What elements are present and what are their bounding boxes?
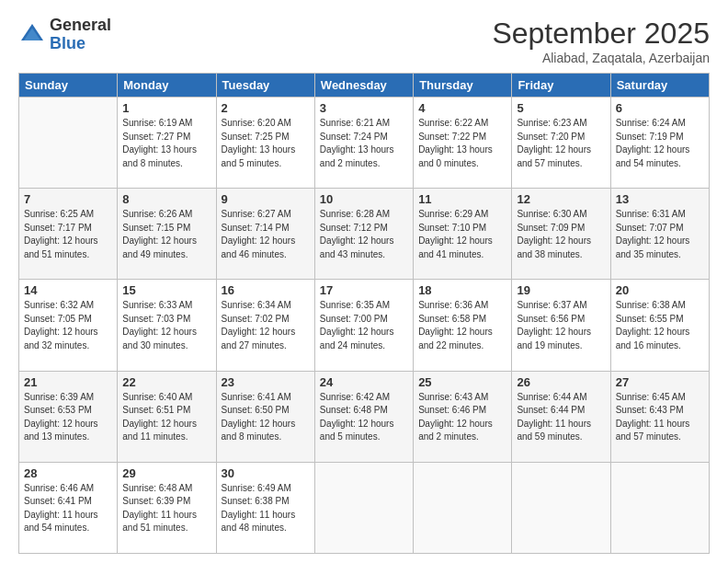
day-header-sunday: Sunday: [19, 74, 118, 98]
day-number: 14: [24, 283, 112, 297]
calendar-cell: 5Sunrise: 6:23 AM Sunset: 7:20 PM Daylig…: [512, 98, 610, 189]
day-number: 28: [24, 466, 112, 480]
calendar-cell: 18Sunrise: 6:36 AM Sunset: 6:58 PM Dayli…: [414, 280, 512, 371]
day-info: Sunrise: 6:42 AM Sunset: 6:48 PM Dayligh…: [320, 391, 408, 444]
month-title: September 2025: [492, 17, 710, 51]
calendar-cell: 12Sunrise: 6:30 AM Sunset: 7:09 PM Dayli…: [512, 189, 610, 280]
day-info: Sunrise: 6:28 AM Sunset: 7:12 PM Dayligh…: [320, 208, 408, 261]
day-number: 8: [122, 192, 210, 206]
day-info: Sunrise: 6:34 AM Sunset: 7:02 PM Dayligh…: [222, 299, 310, 352]
logo-icon: [18, 21, 46, 49]
header: General Blue September 2025 Aliabad, Zaq…: [18, 17, 710, 65]
calendar-cell: 14Sunrise: 6:32 AM Sunset: 7:05 PM Dayli…: [19, 280, 118, 371]
calendar-cell: [314, 462, 413, 553]
calendar-table: SundayMondayTuesdayWednesdayThursdayFrid…: [18, 73, 710, 554]
day-number: 1: [122, 101, 210, 115]
logo-general-text: General: [50, 17, 111, 35]
calendar-cell: 28Sunrise: 6:46 AM Sunset: 6:41 PM Dayli…: [19, 462, 118, 553]
day-header-monday: Monday: [118, 74, 216, 98]
day-info: Sunrise: 6:21 AM Sunset: 7:24 PM Dayligh…: [320, 117, 408, 170]
calendar-cell: 9Sunrise: 6:27 AM Sunset: 7:14 PM Daylig…: [216, 189, 314, 280]
day-number: 29: [122, 466, 210, 480]
week-row-4: 21Sunrise: 6:39 AM Sunset: 6:53 PM Dayli…: [19, 371, 710, 462]
calendar-cell: 25Sunrise: 6:43 AM Sunset: 6:46 PM Dayli…: [414, 371, 512, 462]
day-header-saturday: Saturday: [610, 74, 709, 98]
day-number: 2: [222, 101, 310, 115]
calendar-cell: 6Sunrise: 6:24 AM Sunset: 7:19 PM Daylig…: [610, 98, 709, 189]
day-number: 25: [418, 375, 506, 389]
day-number: 23: [222, 375, 310, 389]
day-info: Sunrise: 6:33 AM Sunset: 7:03 PM Dayligh…: [122, 299, 210, 352]
day-number: 22: [122, 375, 210, 389]
day-number: 9: [222, 192, 310, 206]
logo: General Blue: [18, 17, 111, 53]
logo-text: General Blue: [50, 17, 111, 53]
calendar-cell: 30Sunrise: 6:49 AM Sunset: 6:38 PM Dayli…: [216, 462, 314, 553]
calendar-cell: 7Sunrise: 6:25 AM Sunset: 7:17 PM Daylig…: [19, 189, 118, 280]
day-info: Sunrise: 6:35 AM Sunset: 7:00 PM Dayligh…: [320, 299, 408, 352]
calendar-cell: 24Sunrise: 6:42 AM Sunset: 6:48 PM Dayli…: [314, 371, 413, 462]
day-info: Sunrise: 6:19 AM Sunset: 7:27 PM Dayligh…: [122, 117, 210, 170]
day-info: Sunrise: 6:37 AM Sunset: 6:56 PM Dayligh…: [517, 299, 605, 352]
day-info: Sunrise: 6:38 AM Sunset: 6:55 PM Dayligh…: [616, 299, 704, 352]
day-header-tuesday: Tuesday: [216, 74, 314, 98]
day-number: 18: [418, 283, 506, 297]
day-number: 5: [517, 101, 605, 115]
day-number: 7: [24, 192, 112, 206]
calendar-cell: 16Sunrise: 6:34 AM Sunset: 7:02 PM Dayli…: [216, 280, 314, 371]
day-number: 6: [616, 101, 704, 115]
day-number: 17: [320, 283, 408, 297]
day-info: Sunrise: 6:48 AM Sunset: 6:39 PM Dayligh…: [122, 482, 210, 535]
calendar-cell: [512, 462, 610, 553]
day-info: Sunrise: 6:44 AM Sunset: 6:44 PM Dayligh…: [517, 391, 605, 444]
week-row-3: 14Sunrise: 6:32 AM Sunset: 7:05 PM Dayli…: [19, 280, 710, 371]
day-info: Sunrise: 6:26 AM Sunset: 7:15 PM Dayligh…: [122, 208, 210, 261]
day-number: 3: [320, 101, 408, 115]
calendar-cell: [414, 462, 512, 553]
calendar-cell: 17Sunrise: 6:35 AM Sunset: 7:00 PM Dayli…: [314, 280, 413, 371]
day-info: Sunrise: 6:36 AM Sunset: 6:58 PM Dayligh…: [418, 299, 506, 352]
day-info: Sunrise: 6:49 AM Sunset: 6:38 PM Dayligh…: [222, 482, 310, 535]
day-number: 19: [517, 283, 605, 297]
day-info: Sunrise: 6:22 AM Sunset: 7:22 PM Dayligh…: [418, 117, 506, 170]
calendar-cell: 20Sunrise: 6:38 AM Sunset: 6:55 PM Dayli…: [610, 280, 709, 371]
day-number: 27: [616, 375, 704, 389]
header-row: SundayMondayTuesdayWednesdayThursdayFrid…: [19, 74, 710, 98]
day-number: 20: [616, 283, 704, 297]
day-info: Sunrise: 6:40 AM Sunset: 6:51 PM Dayligh…: [122, 391, 210, 444]
calendar-cell: 1Sunrise: 6:19 AM Sunset: 7:27 PM Daylig…: [118, 98, 216, 189]
calendar-cell: 2Sunrise: 6:20 AM Sunset: 7:25 PM Daylig…: [216, 98, 314, 189]
calendar-cell: 23Sunrise: 6:41 AM Sunset: 6:50 PM Dayli…: [216, 371, 314, 462]
day-info: Sunrise: 6:31 AM Sunset: 7:07 PM Dayligh…: [616, 208, 704, 261]
day-info: Sunrise: 6:46 AM Sunset: 6:41 PM Dayligh…: [24, 482, 112, 535]
calendar-cell: 22Sunrise: 6:40 AM Sunset: 6:51 PM Dayli…: [118, 371, 216, 462]
calendar-cell: 4Sunrise: 6:22 AM Sunset: 7:22 PM Daylig…: [414, 98, 512, 189]
day-info: Sunrise: 6:43 AM Sunset: 6:46 PM Dayligh…: [418, 391, 506, 444]
title-block: September 2025 Aliabad, Zaqatala, Azerba…: [492, 17, 710, 65]
day-number: 15: [122, 283, 210, 297]
calendar-cell: 29Sunrise: 6:48 AM Sunset: 6:39 PM Dayli…: [118, 462, 216, 553]
day-info: Sunrise: 6:29 AM Sunset: 7:10 PM Dayligh…: [418, 208, 506, 261]
logo-blue-text: Blue: [50, 35, 111, 53]
day-number: 26: [517, 375, 605, 389]
calendar-cell: 3Sunrise: 6:21 AM Sunset: 7:24 PM Daylig…: [314, 98, 413, 189]
day-info: Sunrise: 6:23 AM Sunset: 7:20 PM Dayligh…: [517, 117, 605, 170]
day-info: Sunrise: 6:20 AM Sunset: 7:25 PM Dayligh…: [222, 117, 310, 170]
day-info: Sunrise: 6:32 AM Sunset: 7:05 PM Dayligh…: [24, 299, 112, 352]
day-info: Sunrise: 6:41 AM Sunset: 6:50 PM Dayligh…: [222, 391, 310, 444]
day-info: Sunrise: 6:45 AM Sunset: 6:43 PM Dayligh…: [616, 391, 704, 444]
day-number: 11: [418, 192, 506, 206]
day-number: 21: [24, 375, 112, 389]
calendar-cell: [610, 462, 709, 553]
day-info: Sunrise: 6:25 AM Sunset: 7:17 PM Dayligh…: [24, 208, 112, 261]
calendar-cell: 27Sunrise: 6:45 AM Sunset: 6:43 PM Dayli…: [610, 371, 709, 462]
day-info: Sunrise: 6:24 AM Sunset: 7:19 PM Dayligh…: [616, 117, 704, 170]
day-number: 24: [320, 375, 408, 389]
day-header-wednesday: Wednesday: [314, 74, 413, 98]
calendar-cell: 11Sunrise: 6:29 AM Sunset: 7:10 PM Dayli…: [414, 189, 512, 280]
page: General Blue September 2025 Aliabad, Zaq…: [0, 0, 728, 563]
day-info: Sunrise: 6:39 AM Sunset: 6:53 PM Dayligh…: [24, 391, 112, 444]
calendar-cell: 10Sunrise: 6:28 AM Sunset: 7:12 PM Dayli…: [314, 189, 413, 280]
day-header-friday: Friday: [512, 74, 610, 98]
day-number: 12: [517, 192, 605, 206]
